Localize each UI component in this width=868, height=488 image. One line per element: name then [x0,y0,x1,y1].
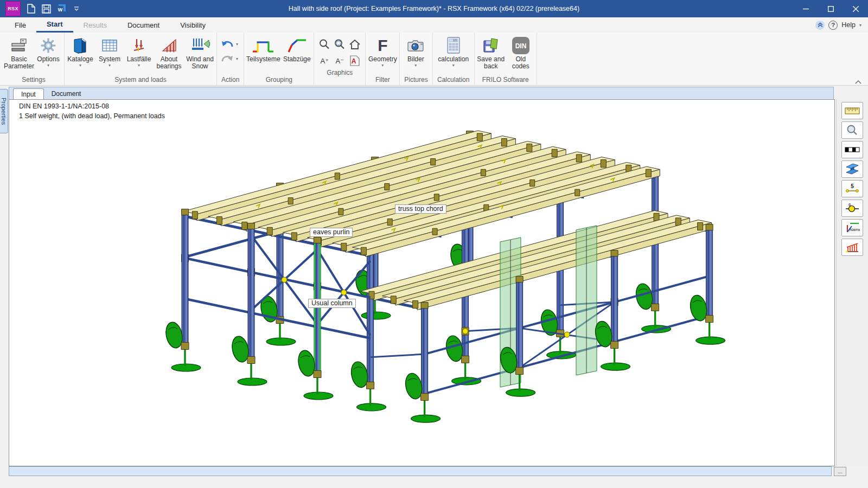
node-numbers-icon[interactable]: 6 [841,200,863,217]
undo-button[interactable]: ▾ [221,39,238,49]
scene-svg[interactable] [9,100,834,466]
label-truss-top-chord[interactable]: truss top chord [395,204,446,214]
calculation-button[interactable]: 123 calculation ▾ [434,33,473,68]
tab-file[interactable]: File [4,17,36,33]
status-more-button[interactable]: ... [834,467,846,476]
wind-snow-button[interactable]: Wind and Snow [184,33,215,70]
group-label-system-loads: System and loads [66,75,215,85]
bilder-button[interactable]: Bilder ▾ [401,33,430,68]
tab-document-view[interactable]: Document [44,88,89,99]
undo-caret-icon: ▾ [236,42,238,47]
zoom-home-button[interactable] [348,37,362,52]
label-usual-column[interactable]: Usual column [308,299,356,308]
names-icon[interactable]: Name [841,219,863,236]
zoom-window-button[interactable] [333,37,347,52]
status-bar[interactable] [9,466,832,476]
bilder-label: Bilder [407,56,424,63]
font-decrease-button[interactable]: A⁻ [333,53,347,68]
help-icon[interactable]: ? [828,21,838,30]
tab-start[interactable]: Start [36,17,73,33]
tab-visibility[interactable]: Visibility [170,17,216,33]
zoom-icon [318,38,330,50]
group-calculation: 123 calculation ▾ Calculation [433,33,475,85]
stabzuege-button[interactable]: Stabzüge [281,33,312,63]
save-and-back-button[interactable]: Save and back [476,33,506,70]
zoom-out-button[interactable] [317,37,331,52]
dimensions-icon[interactable]: 5 [841,180,863,197]
properties-panel-tab[interactable]: Properties [0,89,8,133]
group-label-filter: Filter [367,75,398,85]
system-button[interactable]: System ▾ [95,33,124,68]
profile-3d-icon[interactable] [841,160,863,178]
pin-ribbon-icon[interactable] [815,21,825,30]
redo-button[interactable]: ▾ [221,54,238,63]
svg-text:123: 123 [452,39,457,42]
app-logo[interactable]: RSX [5,1,21,16]
wind-snow-icon [190,35,210,56]
tab-input[interactable]: Input [13,88,44,100]
save-icon[interactable] [41,4,51,14]
loads-display-icon[interactable] [841,239,863,256]
lastfaelle-caret-icon: ▾ [138,63,140,68]
calculation-caret-icon: ▾ [452,63,455,68]
maximize-button[interactable] [818,0,843,17]
din-icon: DIN [512,35,530,56]
new-document-icon[interactable] [26,4,36,14]
old-codes-label: Old codes [506,56,535,70]
teilsysteme-icon [251,35,276,56]
help-area: ? Help ▾ [815,17,861,33]
application-window: RSX W Hall with side roof (Project: Exam… [0,0,868,488]
basic-parameter-icon [10,35,28,56]
tab-results[interactable]: Results [73,17,117,33]
close-button[interactable] [843,0,868,17]
kataloge-label: Kataloge [67,56,93,63]
about-bearings-button[interactable]: About bearings [154,33,184,70]
basic-parameter-button[interactable]: Basic Parameter [4,33,34,70]
group-settings: Basic Parameter Options ▾ [3,33,65,85]
customize-quick-access-icon[interactable] [72,4,81,14]
load-case-text: 1 Self weight, (with dead load), Permane… [19,112,165,120]
group-label-calculation: Calculation [434,75,473,85]
group-system-loads: Kataloge ▾ System ▾ [65,33,217,85]
model-viewport[interactable]: DIN EN 1993-1-1/NA:2015-08 1 Self weight… [9,99,835,466]
font-increase-button[interactable]: A⁺ [317,53,331,68]
help-label[interactable]: Help [841,21,856,29]
zoom-window-icon [334,38,346,50]
system-label: System [99,56,120,63]
about-bearings-label: About bearings [154,56,184,70]
tab-document[interactable]: Document [117,17,170,33]
word-export-icon[interactable]: W [56,4,66,14]
teilsysteme-button[interactable]: Teilsysteme [245,33,281,63]
measure-scale-icon[interactable] [841,141,863,158]
group-label-graphics: Graphics [315,68,364,78]
calculator-icon: 123 [445,35,462,56]
group-label-frilo: FRILO Software [476,75,535,85]
options-label: Options [37,56,59,63]
group-action: ▾ ▾ Action [217,33,244,85]
window-title: Hall with side roof (Project: Examples F… [0,5,868,12]
group-label-pictures: Pictures [401,75,431,85]
stabzuege-icon [285,35,308,56]
geometry-label: Geometry [368,56,397,63]
svg-text:Name: Name [850,227,860,232]
geometry-caret-icon: ▾ [381,63,384,68]
kataloge-button[interactable]: Kataloge ▾ [66,33,95,68]
camera-icon [406,35,425,56]
collapse-ribbon-icon[interactable] [855,77,861,87]
lastfaelle-label: Lastfälle [127,56,151,63]
load-cases-icon [130,35,148,56]
ruler-icon[interactable] [841,102,863,119]
font-document-button[interactable]: A [348,53,362,68]
lastfaelle-button[interactable]: Lastfälle ▾ [124,33,154,68]
zoom-tool-icon[interactable] [841,121,863,139]
group-filter: F Geometry ▾ Filter [366,33,400,85]
group-grouping: Teilsysteme Stabzüge Grouping [244,33,314,85]
svg-text:DIN: DIN [515,42,526,50]
group-label-action: Action [218,75,242,85]
minimize-button[interactable] [793,0,818,17]
redo-caret-icon: ▾ [236,57,238,61]
geometry-button[interactable]: F Geometry ▾ [367,33,398,68]
old-codes-button[interactable]: DIN Old codes [506,33,535,70]
options-button[interactable]: Options ▾ [34,33,63,68]
label-eaves-purlin[interactable]: eaves purlin [310,228,353,237]
